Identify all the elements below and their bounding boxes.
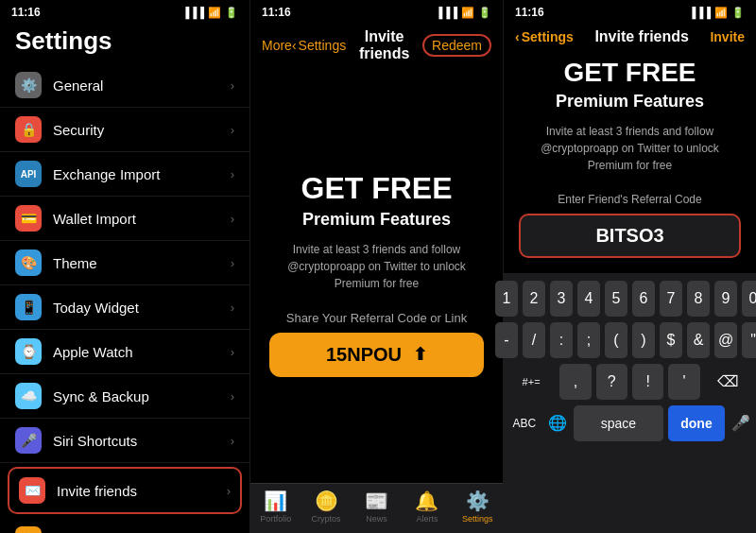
time: 11:16: [11, 6, 41, 19]
key-symbols[interactable]: #+=: [507, 364, 555, 400]
more-button[interactable]: More: [262, 38, 292, 53]
key-dollar[interactable]: $: [660, 322, 682, 358]
settings-item-siri-shortcuts[interactable]: 🎤 Siri Shortcuts ›: [0, 419, 249, 463]
key-9[interactable]: 9: [714, 281, 737, 317]
battery-icon-3: 🔋: [731, 7, 745, 19]
settings-item-wallet-import[interactable]: 💳 Wallet Import ›: [0, 197, 249, 241]
invite-description: Invite at least 3 friends and follow @cr…: [269, 241, 484, 292]
redeem-button[interactable]: Redeem: [422, 34, 491, 57]
settings-item-apple-watch[interactable]: ⌚ Apple Watch ›: [0, 330, 249, 374]
settings-item-sync-backup[interactable]: ☁️ Sync & Backup ›: [0, 374, 249, 419]
key-dash[interactable]: -: [495, 322, 518, 358]
key-slash[interactable]: /: [523, 322, 545, 358]
key-apostrophe[interactable]: ': [668, 364, 699, 400]
referral-code-box: 15NPOU ⬆: [269, 333, 484, 377]
keyboard: 1 2 3 4 5 6 7 8 9 0 - / : ; ( ) $ & @ " …: [504, 273, 756, 533]
key-semicolon[interactable]: ;: [577, 322, 600, 358]
referral-input-label: Enter Friend's Referral Code: [519, 193, 741, 206]
invite-description-3: Invite at least 3 friends and follow @cr…: [519, 123, 741, 174]
tab-cryptos-2[interactable]: 🪙 Cryptos: [301, 490, 351, 524]
settings-item-security[interactable]: 🔒 Security ›: [0, 108, 249, 152]
key-colon[interactable]: :: [550, 322, 573, 358]
key-8[interactable]: 8: [687, 281, 710, 317]
key-6[interactable]: 6: [632, 281, 655, 317]
nav-title-2: Invite friends: [346, 28, 422, 62]
invite-content-left: GET FREE Premium Features Invite at leas…: [250, 66, 503, 483]
key-space[interactable]: space: [574, 405, 663, 441]
key-at[interactable]: @: [714, 322, 737, 358]
widget-icon: 📱: [15, 294, 42, 320]
tab-alerts-2[interactable]: 🔔 Alerts: [402, 490, 452, 524]
battery-icon-2: 🔋: [478, 7, 491, 19]
back-arrow-icon-3: ‹: [515, 29, 520, 44]
referral-code-value: BITSO3: [595, 225, 663, 246]
portfolio-icon-2: 📊: [264, 490, 287, 512]
cryptos-icon-2: 🪙: [315, 490, 338, 512]
chevron-icon: ›: [231, 212, 234, 226]
back-button[interactable]: ‹ Settings: [292, 38, 346, 53]
tab-bar-2: 📊 Portfolio 🪙 Cryptos 📰 News 🔔 Alerts ⚙️…: [250, 483, 503, 533]
tab-label: Portfolio: [260, 514, 291, 524]
share-label: Share Your Referral Code or Link: [286, 311, 468, 325]
backspace-key[interactable]: ⌫: [705, 364, 752, 400]
tab-label: News: [366, 514, 387, 524]
settings-item-review[interactable]: ⭐ Review on App Store ›: [0, 518, 249, 533]
back-arrow-icon: ‹: [292, 38, 297, 53]
item-label: Wallet Import: [53, 211, 231, 227]
nav-bar-3: ‹ Settings Invite friends Invite: [504, 23, 756, 45]
tab-portfolio-2[interactable]: 📊 Portfolio: [250, 490, 301, 524]
time-3: 11:16: [515, 6, 544, 19]
status-icons-3: ▐▐▐ 📶 🔋: [689, 7, 745, 19]
done-key[interactable]: done: [668, 405, 725, 441]
key-1[interactable]: 1: [495, 281, 518, 317]
news-icon-2: 📰: [365, 490, 388, 512]
settings-item-exchange-import[interactable]: API Exchange Import ›: [0, 152, 249, 197]
key-question[interactable]: ?: [596, 364, 627, 400]
item-label: Exchange Import: [53, 166, 231, 182]
invite-label: Invite friends: [57, 483, 227, 499]
status-bar-3: 11:16 ▐▐▐ 📶 🔋: [504, 0, 756, 23]
tab-settings-2[interactable]: ⚙️ Settings: [453, 490, 503, 524]
invite-friends-title: Invite friends: [359, 28, 409, 61]
premium-subtitle-3: Premium Features: [519, 92, 741, 112]
key-5[interactable]: 5: [605, 281, 627, 317]
key-2[interactable]: 2: [523, 281, 545, 317]
wifi-icon: 📶: [208, 7, 221, 19]
status-bar: 11:16 ▐▐▐ 📶 🔋: [0, 0, 249, 23]
settings-item-invite-friends[interactable]: ✉️ Invite friends ›: [8, 467, 242, 514]
settings-item-today-widget[interactable]: 📱 Today Widget ›: [0, 285, 249, 330]
key-7[interactable]: 7: [660, 281, 682, 317]
key-exclaim[interactable]: !: [632, 364, 663, 400]
signal-icon: ▐▐▐: [182, 7, 204, 18]
item-label: Security: [53, 122, 231, 138]
tab-news-2[interactable]: 📰 News: [352, 490, 402, 524]
back-label-3: Settings: [522, 29, 574, 44]
alerts-icon-2: 🔔: [415, 490, 438, 512]
key-4[interactable]: 4: [577, 281, 600, 317]
key-emoji[interactable]: 🌐: [546, 405, 569, 441]
settings-panel: 11:16 ▐▐▐ 📶 🔋 Settings ⚙️ General › 🔒 Se…: [0, 0, 250, 533]
status-bar-2: 11:16 ▐▐▐ 📶 🔋: [250, 0, 503, 23]
watch-icon: ⌚: [15, 338, 42, 365]
back-button-3[interactable]: ‹ Settings: [515, 29, 574, 44]
key-3[interactable]: 3: [550, 281, 573, 317]
key-abc[interactable]: ABC: [507, 405, 541, 441]
key-rparen[interactable]: ): [632, 322, 655, 358]
chevron-icon: ›: [227, 484, 231, 498]
share-icon[interactable]: ⬆: [413, 344, 427, 365]
theme-icon: 🎨: [15, 249, 42, 276]
chevron-icon: ›: [231, 434, 234, 448]
referral-code-input[interactable]: BITSO3: [519, 214, 741, 258]
settings-item-general[interactable]: ⚙️ General ›: [0, 63, 249, 108]
get-free-heading: GET FREE: [301, 172, 452, 205]
invite-button[interactable]: Invite: [710, 29, 745, 44]
settings-item-theme[interactable]: 🎨 Theme ›: [0, 241, 249, 285]
key-mic[interactable]: 🎤: [730, 405, 752, 441]
status-icons-2: ▐▐▐ 📶 🔋: [436, 7, 491, 19]
key-comma[interactable]: ,: [559, 364, 591, 400]
key-0[interactable]: 0: [742, 281, 756, 317]
key-amp[interactable]: &: [687, 322, 710, 358]
key-lparen[interactable]: (: [605, 322, 627, 358]
item-label: Theme: [53, 255, 231, 271]
key-quote[interactable]: ": [742, 322, 756, 358]
